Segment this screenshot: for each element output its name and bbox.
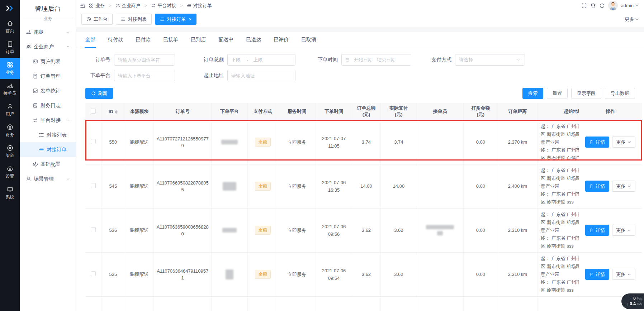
- status-tab-pending-payment[interactable]: 待付款: [108, 32, 123, 48]
- order-time-label: 下单时间: [313, 57, 338, 63]
- detail-button[interactable]: 详情: [585, 225, 609, 236]
- rail-item-orders[interactable]: 订单: [0, 37, 20, 58]
- swap-icon: [33, 118, 38, 123]
- select-placeholder: 请选择: [459, 57, 517, 63]
- row-checkbox[interactable]: [91, 139, 96, 144]
- sidebar-item-platform-integration[interactable]: 平台对接: [20, 113, 76, 128]
- status-tab-delivering[interactable]: 配送中: [218, 32, 233, 48]
- sidebar-item-scene-management[interactable]: 场景管理: [20, 172, 76, 186]
- date-range-input[interactable]: 开始日期 结束日期: [341, 54, 411, 66]
- status-tab-delivered[interactable]: 已送达: [246, 32, 261, 48]
- table-header-row: ID 来源模块 订单号 下单平台 支付方式 服务时间 下单时间 订单总额 (元)…: [85, 103, 642, 120]
- rail-item-finance[interactable]: 财务: [0, 120, 20, 141]
- refresh-button[interactable]: 刷新: [85, 88, 113, 99]
- end-date-placeholder: 结束日期: [377, 57, 396, 63]
- breadcrumb-integration-orders[interactable]: 对接订单: [187, 3, 212, 9]
- tab-integration-orders[interactable]: 对接订单×: [155, 14, 196, 25]
- select-all-checkbox[interactable]: [91, 109, 96, 114]
- platform-input[interactable]: [114, 70, 175, 81]
- cell-source: 跑腿配送: [125, 164, 153, 208]
- status-tab-paid[interactable]: 已付款: [136, 32, 151, 48]
- cell-paid: 3.74: [381, 120, 417, 164]
- sidebar-section-label: 业务: [20, 15, 76, 25]
- status-tab-accepted[interactable]: 已接单: [163, 32, 178, 48]
- rail-item-users[interactable]: 用户: [0, 100, 20, 120]
- row-checkbox[interactable]: [91, 271, 96, 276]
- search-button[interactable]: 搜索: [522, 88, 543, 99]
- reset-button[interactable]: 重置: [547, 88, 568, 99]
- cell-source: 跑腿配送: [125, 208, 153, 252]
- file-icon: [589, 272, 594, 277]
- sidebar-item-merchant-list[interactable]: 商户列表: [20, 54, 76, 69]
- show-fields-button[interactable]: 显示字段: [571, 88, 601, 99]
- table-row: 545 跑腿配送 A11070660508228788055 余额 立即服务 2…: [85, 164, 642, 208]
- collapse-sidebar-icon[interactable]: [80, 3, 86, 9]
- scooter-icon: [26, 29, 31, 35]
- app-title: 管理后台: [20, 0, 76, 15]
- sidebar-menu: 跑腿 企业商户 商户列表 订单管理 发单统计 财务日志 平台对接 对接列表 对接…: [20, 25, 76, 186]
- row-checkbox[interactable]: [91, 183, 96, 188]
- header-id[interactable]: ID: [101, 103, 125, 120]
- table-row-partial: [85, 296, 642, 311]
- sidebar-item-base-config[interactable]: 基础配置: [20, 157, 76, 172]
- cell-source: 跑腿配送: [125, 252, 153, 296]
- export-data-button[interactable]: 导出数据: [605, 88, 635, 99]
- address-input[interactable]: [227, 70, 295, 81]
- sidebar-item-order-management[interactable]: 订单管理: [20, 69, 76, 83]
- breadcrumb-separator: >: [145, 3, 147, 8]
- row-checkbox[interactable]: [91, 227, 96, 232]
- rail-item-settings[interactable]: 设置: [0, 162, 20, 183]
- order-no-input[interactable]: [114, 54, 175, 66]
- refresh-icon[interactable]: [599, 3, 605, 9]
- header-platform: 下单平台: [212, 103, 247, 120]
- more-button[interactable]: 更多: [612, 225, 635, 236]
- avatar[interactable]: [608, 1, 618, 10]
- sort-icon[interactable]: [115, 110, 118, 114]
- tabs-more-dropdown[interactable]: 更多: [625, 16, 639, 23]
- status-tab-all[interactable]: 全部: [85, 32, 95, 48]
- rail-item-home[interactable]: 首页: [0, 16, 20, 37]
- status-tab-arrived-store[interactable]: 已到店: [191, 32, 206, 48]
- user-menu[interactable]: admin: [621, 3, 639, 8]
- sidebar-item-integration-orders[interactable]: 对接订单: [20, 142, 76, 157]
- chevron-down-icon: [635, 4, 639, 8]
- cell-distance: 2.310 km: [498, 208, 537, 252]
- pay-method-select[interactable]: 请选择: [455, 54, 525, 66]
- breadcrumb-enterprise-merchant[interactable]: 企业商户: [115, 3, 141, 9]
- fullscreen-icon[interactable]: [581, 3, 587, 9]
- rail-item-label: 用户: [6, 111, 14, 117]
- detail-button[interactable]: 详情: [585, 181, 609, 192]
- page-tab-bar: 工作台 对接列表 对接订单× 更多: [76, 11, 644, 27]
- status-tab-reviewed[interactable]: 已评价: [274, 32, 289, 48]
- detail-button[interactable]: 详情: [585, 137, 609, 148]
- breadcrumb-business[interactable]: 业务: [89, 3, 105, 9]
- rail-item-business[interactable]: 业务: [0, 58, 20, 79]
- list-icon: [121, 17, 126, 21]
- status-tab-cancelled[interactable]: 已取消: [301, 32, 316, 48]
- theme-skin-icon[interactable]: [590, 3, 596, 9]
- tab-integration-list[interactable]: 对接列表: [116, 14, 152, 25]
- app-logo[interactable]: [0, 0, 20, 16]
- detail-button[interactable]: 详情: [585, 269, 609, 280]
- sidebar-item-finance-log[interactable]: 财务日志: [20, 98, 76, 113]
- sidebar-item-paotui[interactable]: 跑腿: [20, 25, 76, 39]
- more-button[interactable]: 更多: [612, 137, 635, 148]
- cell-total: 3.62: [352, 208, 380, 252]
- tab-workbench[interactable]: 工作台: [81, 14, 113, 25]
- more-button[interactable]: 更多: [612, 181, 635, 192]
- rail-item-channels[interactable]: 渠道: [0, 141, 20, 162]
- sidebar-item-dispatch-stats[interactable]: 发单统计: [20, 83, 76, 98]
- order-total-range-input[interactable]: 下限 ~ 上限: [227, 54, 295, 66]
- sidebar-item-enterprise-merchant[interactable]: 企业商户: [20, 39, 76, 54]
- filter-order-total: 订单总额 下限 ~ 上限: [199, 54, 295, 66]
- cell-tip: 0.00: [464, 164, 498, 208]
- rail-item-system[interactable]: 系统: [0, 183, 20, 204]
- sidebar-item-integration-list[interactable]: 对接列表: [20, 128, 76, 142]
- more-button[interactable]: 更多: [612, 269, 635, 280]
- rail-item-couriers[interactable]: 接单员: [0, 79, 20, 100]
- scooter-icon: [7, 82, 13, 89]
- calendar-icon: [345, 58, 350, 62]
- breadcrumb-platform-integration[interactable]: 平台对接: [151, 3, 176, 9]
- rail-item-label: 财务: [6, 132, 14, 138]
- close-tab-icon[interactable]: ×: [189, 17, 191, 22]
